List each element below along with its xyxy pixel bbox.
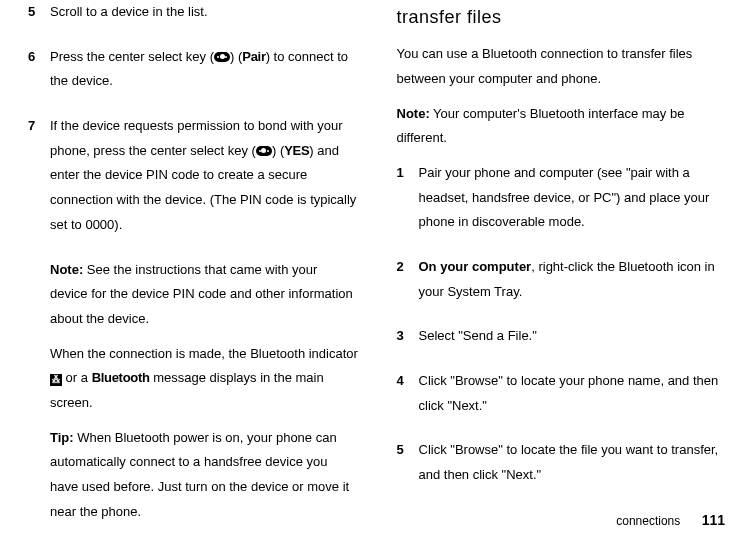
tip-text: When Bluetooth power is on, your phone c… <box>50 430 349 519</box>
step-2: 2 On your computer, right-click the Blue… <box>397 255 728 314</box>
step-7-continued: Note: See the instructions that came wit… <box>28 258 359 525</box>
note-label: Note: <box>50 262 83 277</box>
step-3: 3 Select "Send a File." <box>397 324 728 359</box>
step-text: If the device requests permission to bon… <box>50 114 359 237</box>
step-number: 3 <box>397 324 419 359</box>
step-text: Press the center select key () (Pair) to… <box>50 45 359 94</box>
softkey-label: Pair <box>242 49 265 64</box>
step-text: Click "Browse" to locate your phone name… <box>419 369 728 418</box>
step-number: 2 <box>397 255 419 314</box>
section-heading: transfer files <box>397 0 728 34</box>
right-column: transfer files You can use a Bluetooth c… <box>397 0 728 534</box>
intro-paragraph: You can use a Bluetooth connection to tr… <box>397 42 728 91</box>
step-number: 7 <box>28 114 50 247</box>
center-key-icon <box>214 52 230 62</box>
step-number: 5 <box>397 438 419 497</box>
note-label: Note: <box>397 106 430 121</box>
left-column: 5 Scroll to a device in the list. 6 Pres… <box>28 0 359 534</box>
tip-label: Tip: <box>50 430 74 445</box>
step-7: 7 If the device requests permission to b… <box>28 114 359 247</box>
step-5: 5 Scroll to a device in the list. <box>28 0 359 35</box>
tip-paragraph: Tip: When Bluetooth power is on, your ph… <box>28 426 359 525</box>
step-number: 1 <box>397 161 419 245</box>
paragraph: When the connection is made, the Bluetoo… <box>28 342 359 416</box>
step-number: 4 <box>397 369 419 428</box>
step-text: On your computer, right-click the Blueto… <box>419 255 728 304</box>
step-6: 6 Press the center select key () (Pair) … <box>28 45 359 104</box>
step-text: Select "Send a File." <box>419 324 728 349</box>
page-number: 111 <box>702 512 725 528</box>
step-number: 5 <box>28 0 50 35</box>
step-1: 1 Pair your phone and computer (see "pai… <box>397 161 728 245</box>
text-fragment: When the connection is made, the Bluetoo… <box>50 346 358 361</box>
step-text: Pair your phone and computer (see "pair … <box>419 161 728 235</box>
step-4: 4 Click "Browse" to locate your phone na… <box>397 369 728 428</box>
note-text: See the instructions that came with your… <box>50 262 353 326</box>
note-paragraph: Note: See the instructions that came wit… <box>28 258 359 332</box>
center-key-icon <box>256 146 272 156</box>
text-fragment: or a <box>62 370 92 385</box>
footer-section: connections <box>616 514 680 528</box>
step-number: 6 <box>28 45 50 104</box>
text-fragment: Press the center select key ( <box>50 49 214 64</box>
step-5r: 5 Click "Browse" to locate the file you … <box>397 438 728 497</box>
step-text: Click "Browse" to locate the file you wa… <box>419 438 728 487</box>
note-text: Your computer's Bluetooth interface may … <box>397 106 685 146</box>
page-footer: connections 111 <box>616 507 725 534</box>
ui-word: Bluetooth <box>92 370 150 385</box>
bold-fragment: On your computer <box>419 259 532 274</box>
bluetooth-indicator-icon: ⁂ <box>50 374 62 386</box>
note-paragraph: Note: Your computer's Bluetooth interfac… <box>397 102 728 151</box>
softkey-label: YES <box>284 143 309 158</box>
step-text: Scroll to a device in the list. <box>50 0 359 25</box>
